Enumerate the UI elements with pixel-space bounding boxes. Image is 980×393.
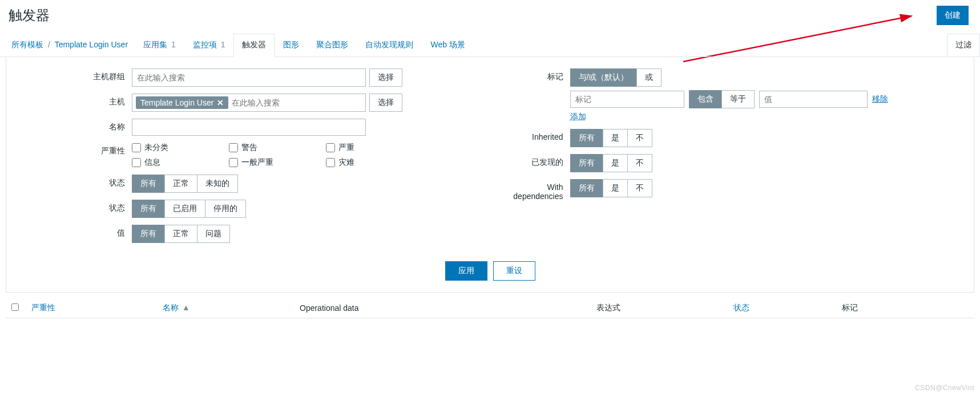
page-title: 触发器 [9,6,50,25]
severity-average[interactable]: 一般严重 [229,157,320,168]
host-input[interactable] [231,96,362,110]
tab-discovery[interactable]: 自动发现规则 [357,34,422,56]
discovered-segment: 所有 是 不 [570,154,974,172]
tag-op-contains[interactable]: 包含 [689,90,722,108]
severity-not-classified[interactable]: 未分类 [132,143,223,153]
tag-operator-segment: 包含 等于 [689,90,755,108]
col-status[interactable]: 状态 [733,303,842,313]
watermark: CSDN@CnewVint [915,384,974,392]
discovered-label: 已发现的 [502,154,570,168]
discovered-no[interactable]: 不 [627,154,652,172]
state-segment: 所有 正常 未知的 [132,175,479,193]
breadcrumb-current[interactable]: Template Login User [55,40,128,49]
hostgroup-input[interactable] [136,71,362,84]
tag-op-equals[interactable]: 等于 [721,90,755,108]
col-expression: 表达式 [596,303,733,313]
inherited-segment: 所有 是 不 [570,129,974,147]
tab-applications[interactable]: 应用集 1 [135,34,184,56]
tag-add-link[interactable]: 添加 [570,112,586,121]
tags-label: 标记 [502,68,570,82]
tab-triggers[interactable]: 触发器 [233,34,275,57]
breadcrumb: 所有模板 / Template Login User [11,40,128,50]
tag-name-input[interactable] [570,91,684,108]
host-chip: Template Login User ✕ [136,96,228,109]
sort-asc-icon: ▲ [182,303,190,312]
value-all[interactable]: 所有 [132,225,165,243]
value-label: 值 [6,225,132,238]
status-disabled[interactable]: 停用的 [205,200,246,218]
select-all-checkbox[interactable] [11,303,19,311]
withdeps-no[interactable]: 不 [627,179,652,197]
create-trigger-button[interactable]: 创建 [937,6,969,25]
tag-remove-link[interactable]: 移除 [872,94,888,104]
withdeps-yes[interactable]: 是 [603,179,628,197]
status-all[interactable]: 所有 [132,200,165,218]
withdeps-label: With dependencies [502,179,570,201]
tags-or[interactable]: 或 [636,68,662,87]
breadcrumb-all-templates[interactable]: 所有模板 [11,40,43,49]
state-normal[interactable]: 正常 [164,175,197,193]
value-segment: 所有 正常 问题 [132,225,479,243]
table-header-row: 严重性 名称 ▲ Operational data 表达式 状态 标记 [6,298,974,318]
filter-apply-button[interactable]: 应用 [445,261,487,281]
col-operational-data: Operational data [300,303,596,313]
host-label: 主机 [6,94,132,107]
col-name[interactable]: 名称 ▲ [163,303,300,313]
severity-warning[interactable]: 警告 [229,143,320,153]
col-severity[interactable]: 严重性 [31,303,163,313]
col-tags: 标记 [842,303,969,313]
name-input[interactable] [132,119,366,136]
filter-reset-button[interactable]: 重设 [493,261,535,281]
status-label: 状态 [6,200,132,213]
value-problem[interactable]: 问题 [197,225,230,243]
tab-graphs[interactable]: 图形 [275,34,308,56]
host-chip-remove-icon[interactable]: ✕ [217,98,224,107]
host-select-button[interactable]: 选择 [369,94,402,112]
tab-items[interactable]: 监控项 1 [184,34,234,56]
inherited-no[interactable]: 不 [627,129,652,147]
tab-screens[interactable]: 聚合图形 [308,34,357,56]
status-enabled[interactable]: 已启用 [164,200,205,218]
inherited-yes[interactable]: 是 [603,129,628,147]
filter-panel: 主机群组 选择 主机 [6,57,974,293]
severity-high[interactable]: 严重 [326,143,417,153]
state-label: 状态 [6,175,132,188]
status-segment: 所有 已启用 停用的 [132,200,479,218]
hostgroup-label: 主机群组 [6,68,132,82]
severity-information[interactable]: 信息 [132,157,223,168]
inherited-label: Inherited [502,129,570,141]
severity-disaster[interactable]: 灾难 [326,157,417,168]
hostgroup-select-button[interactable]: 选择 [369,68,402,87]
discovered-all[interactable]: 所有 [570,154,603,172]
discovered-yes[interactable]: 是 [603,154,628,172]
name-label: 名称 [6,119,132,132]
value-ok[interactable]: 正常 [164,225,197,243]
tab-web[interactable]: Web 场景 [422,34,473,56]
severity-label: 严重性 [6,143,132,156]
tag-value-input[interactable] [759,91,868,108]
inherited-all[interactable]: 所有 [570,129,603,147]
state-all[interactable]: 所有 [132,175,165,193]
state-unknown[interactable]: 未知的 [197,175,238,193]
tags-andor-segment: 与/或（默认） 或 [570,68,974,87]
withdeps-all[interactable]: 所有 [570,179,603,197]
filter-toggle[interactable]: 过滤 [947,34,980,56]
withdeps-segment: 所有 是 不 [570,179,974,197]
tags-andor[interactable]: 与/或（默认） [570,68,638,87]
